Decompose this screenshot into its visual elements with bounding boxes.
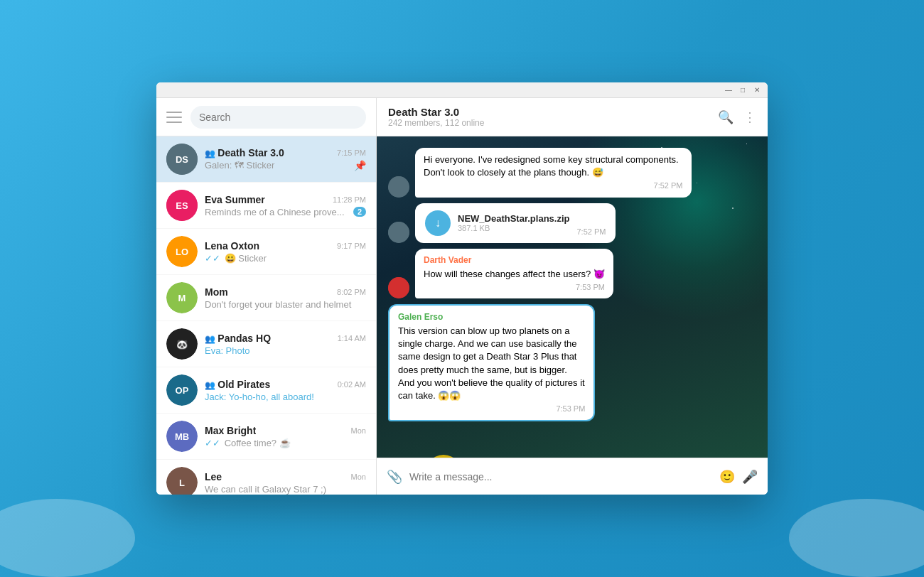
chat-preview: ✓✓ Coffee time? ☕ [205,438,366,448]
chat-item-old-pirates[interactable]: OP 👥 Old Pirates 0:02 AM Jack: Yo-ho-ho,… [156,367,376,414]
chat-item-death-star[interactable]: DS 👥 Death Star 3.0 7:15 PM Galen: [156,136,376,183]
chat-top: 👥 Death Star 3.0 7:15 PM [205,147,366,158]
chat-name: 👥 Death Star 3.0 [205,147,284,158]
avatar: L [166,467,198,495]
message-time: 7:53 PM [424,282,605,293]
chat-list: DS 👥 Death Star 3.0 7:15 PM Galen: [156,136,376,495]
preview-link: Jack: Yo-ho-ho, all aboard! [205,392,314,402]
sidebar: DS 👥 Death Star 3.0 7:15 PM Galen: [156,98,377,495]
message-avatar [388,176,409,198]
unread-badge: 2 [353,207,366,217]
message-row: Hi everyone. I've redesigned some key st… [388,148,756,198]
chat-top: Lee Mon [205,471,366,482]
chat-time: 8:02 PM [337,288,366,296]
avatar: LO [166,236,198,267]
chat-time: 9:17 PM [337,242,366,250]
chat-time: 0:02 AM [338,380,366,389]
chat-preview: Don't forget your blaster and helmet [205,299,366,310]
messages-area: Hi everyone. I've redesigned some key st… [377,136,768,458]
message-bubble: Hi everyone. I've redesigned some key st… [415,148,692,198]
minimize-button[interactable]: — [724,85,734,95]
chat-top: 👥 Old Pirates 0:02 AM [205,379,366,390]
chat-info: Eva Summer 11:28 PM Reminds me of a Chin… [205,194,366,217]
message-row: Galen Erso This version can blow up two … [388,304,665,421]
pinned-icon: 📌 [354,160,366,171]
chat-time: Mon [351,473,366,481]
svg-text:ES: ES [176,200,188,211]
message-bubble: Darth Vader How will these changes affec… [415,249,613,298]
search-input[interactable] [199,112,358,123]
file-download-icon[interactable]: ↓ [425,210,451,236]
message-sender: Darth Vader [424,254,605,266]
more-options-button[interactable]: ⋮ [743,109,756,125]
avatar: DS [166,144,198,175]
chat-item-pandas-hq[interactable]: 🐼 👥 Pandas HQ 1:14 AM Eva: Photo [156,321,376,367]
chat-header: Death Star 3.0 242 members, 112 online 🔍… [377,98,768,136]
svg-text:LO: LO [176,247,188,257]
chat-time: 11:28 PM [333,195,366,204]
emoji-button[interactable]: 🙂 [719,469,735,485]
chat-preview: ✓✓ 😀 Sticker [205,253,366,264]
check-icon: ✓✓ [205,438,223,448]
message-input[interactable] [409,471,712,482]
message-time: 7:52 PM [576,227,606,236]
chat-preview: Eva: Photo [205,345,366,356]
chat-item-eva-summer[interactable]: ES Eva Summer 11:28 PM Reminds me of a C… [156,183,376,229]
svg-text:MB: MB [175,431,189,442]
file-name: NEW_DeathStar.plans.zip [458,213,569,224]
attach-button[interactable]: 📎 [387,469,402,485]
message-row: Darth Vader How will these changes affec… [388,249,756,298]
message-row: ↓ NEW_DeathStar.plans.zip 387.1 KB 7:52 … [388,203,756,243]
maximize-button[interactable]: □ [738,85,748,95]
chat-header-meta: 242 members, 112 online [388,118,718,128]
chat-panel: Death Star 3.0 242 members, 112 online 🔍… [377,98,768,495]
svg-text:🐼: 🐼 [176,338,188,350]
search-button[interactable]: 🔍 [718,109,734,125]
chat-header-name: Death Star 3.0 [388,106,718,118]
chat-item-max-bright[interactable]: MB Max Bright Mon ✓✓ Coffee time? ☕ [156,414,376,460]
chat-header-info: Death Star 3.0 242 members, 112 online [388,106,718,128]
chat-item-lena-oxton[interactable]: LO Lena Oxton 9:17 PM ✓✓ 😀 Sticker [156,229,376,275]
file-size: 387.1 KB [458,224,569,232]
chat-name: 👥 Pandas HQ [205,333,271,344]
message-text: How will these changes affect the users?… [424,268,605,281]
chat-preview: Jack: Yo-ho-ho, all aboard! [205,392,366,402]
avatar: OP [166,374,198,406]
sidebar-header [156,98,376,136]
svg-point-18 [388,176,409,198]
message-time: 7:53 PM [398,404,585,414]
cloud-right-decoration [789,499,924,577]
voice-button[interactable]: 🎤 [742,469,758,485]
chat-name: Max Bright [205,425,256,436]
chat-preview: Galen: 🗺 Sticker 📌 [205,160,366,171]
chat-info: 👥 Old Pirates 0:02 AM Jack: Yo-ho-ho, al… [205,379,366,402]
chat-item-mom[interactable]: M Mom 8:02 PM Don't forget your blaster … [156,275,376,321]
chat-top: Max Bright Mon [205,425,366,436]
chat-top: Eva Summer 11:28 PM [205,194,366,205]
file-info: NEW_DeathStar.plans.zip 387.1 KB [458,213,569,232]
chat-name: Mom [205,286,228,298]
chat-item-lee[interactable]: L Lee Mon We can call it Galaxy Star 7 ;… [156,460,376,495]
svg-text:M: M [178,293,186,303]
chat-preview: Reminds me of a Chinese prove... 2 [205,207,366,217]
message-time: 7:52 PM [424,180,683,191]
svg-text:DS: DS [176,154,188,165]
preview-link: Eva: Photo [205,345,250,356]
menu-button[interactable] [166,112,182,123]
chat-time: 1:14 AM [338,334,366,343]
message-text: This version can blow up two planets on … [398,325,585,402]
sticker-image [415,430,529,458]
messages-scroll: Hi everyone. I've redesigned some key st… [388,148,756,458]
message-avatar [388,277,409,298]
message-bubble: Galen Erso This version can blow up two … [388,304,595,421]
chat-preview: We can call it Galaxy Star 7 ;) [205,484,366,495]
chat-name: Lee [205,471,222,482]
chat-name: Eva Summer [205,194,265,205]
chat-top: Lena Oxton 9:17 PM [205,240,366,252]
search-box[interactable] [190,106,366,129]
app-window: — □ ✕ DS [156,82,768,495]
file-bubble: ↓ NEW_DeathStar.plans.zip 387.1 KB 7:52 … [415,203,616,243]
close-button[interactable]: ✕ [752,85,762,95]
svg-point-20 [388,277,409,298]
chat-info: Lee Mon We can call it Galaxy Star 7 ;) [205,471,366,495]
